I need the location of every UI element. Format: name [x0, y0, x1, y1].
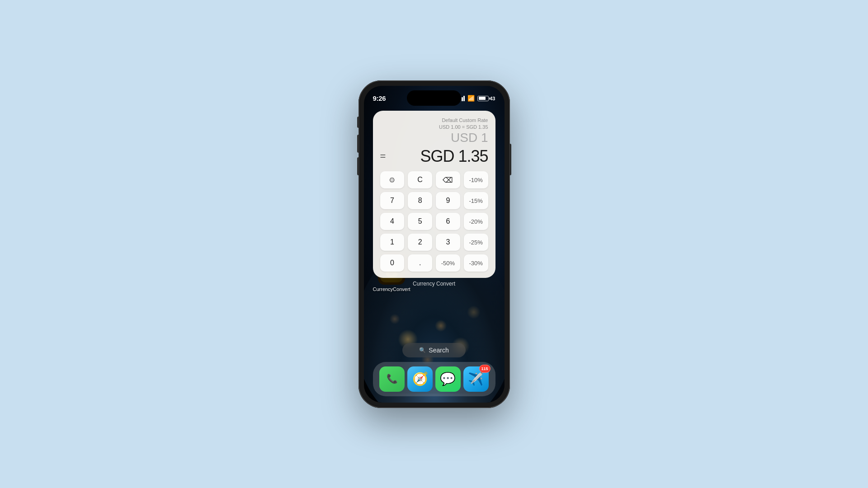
key-8[interactable]: 8: [408, 192, 432, 209]
key-2[interactable]: 2: [408, 234, 432, 251]
key-5[interactable]: 5: [408, 213, 432, 230]
key-minus25[interactable]: -25%: [464, 234, 488, 251]
key-backspace[interactable]: ⌫: [436, 171, 460, 188]
battery-icon: 43: [477, 96, 495, 101]
key-4[interactable]: 4: [380, 213, 405, 230]
currency-widget[interactable]: Default Custom Rate USD 1.00 = SGD 1.35 …: [373, 111, 495, 278]
dock-telegram-app[interactable]: ✈️ 115: [463, 366, 489, 392]
widget-container: Default Custom Rate USD 1.00 = SGD 1.35 …: [373, 111, 495, 287]
widget-header: Default Custom Rate USD 1.00 = SGD 1.35 …: [380, 117, 488, 145]
status-time: 9:26: [373, 94, 386, 102]
key-clear[interactable]: C: [408, 171, 432, 188]
widget-app-label: Currency Convert: [373, 281, 495, 287]
equals-sign: =: [380, 150, 386, 162]
search-bar[interactable]: 🔍 Search: [402, 343, 466, 357]
key-minus30[interactable]: -30%: [464, 254, 488, 272]
result-row: = SGD 1.35: [380, 147, 488, 166]
dock-whatsapp-app[interactable]: 💬: [435, 366, 461, 392]
mute-switch[interactable]: [357, 117, 359, 128]
key-0[interactable]: 0: [380, 254, 405, 272]
key-settings[interactable]: ⚙: [380, 171, 405, 188]
dock-safari-app[interactable]: 🧭: [407, 366, 433, 392]
dynamic-island: [407, 90, 461, 106]
key-minus50[interactable]: -50%: [436, 254, 460, 272]
phone-frame: 9:26 📶 43: [359, 80, 510, 408]
key-minus10[interactable]: -10%: [464, 171, 488, 188]
result-amount: SGD 1.35: [420, 147, 488, 166]
key-7[interactable]: 7: [380, 192, 405, 209]
currency-convert-label: CurrencyConvert: [373, 286, 410, 292]
phone-screen: 9:26 📶 43: [364, 86, 505, 403]
search-icon: 🔍: [419, 347, 426, 353]
volume-up-button[interactable]: [357, 135, 359, 153]
svg-text:📞: 📞: [387, 373, 398, 384]
status-right-icons: 📶 43: [458, 95, 495, 102]
keypad: ⚙ C ⌫ -10% 7 8 9 -15% 4 5 6 -20% 1 2: [380, 171, 488, 272]
search-label: Search: [429, 347, 448, 354]
key-minus15[interactable]: -15%: [464, 192, 488, 209]
telegram-badge: 115: [479, 365, 491, 373]
key-1[interactable]: 1: [380, 234, 405, 251]
wifi-icon: 📶: [467, 95, 475, 102]
key-6[interactable]: 6: [436, 213, 460, 230]
battery-level: 43: [490, 96, 495, 101]
volume-down-button[interactable]: [357, 157, 359, 175]
input-amount: USD 1: [380, 131, 488, 145]
key-decimal[interactable]: .: [408, 254, 432, 272]
power-button[interactable]: [509, 144, 511, 175]
rate-label: Default Custom Rate USD 1.00 = SGD 1.35: [380, 117, 488, 131]
dock: 📞 🧭 💬 ✈️ 115: [373, 362, 495, 396]
dock-phone-app[interactable]: 📞: [379, 366, 405, 392]
key-9[interactable]: 9: [436, 192, 460, 209]
key-minus20[interactable]: -20%: [464, 213, 488, 230]
key-3[interactable]: 3: [436, 234, 460, 251]
